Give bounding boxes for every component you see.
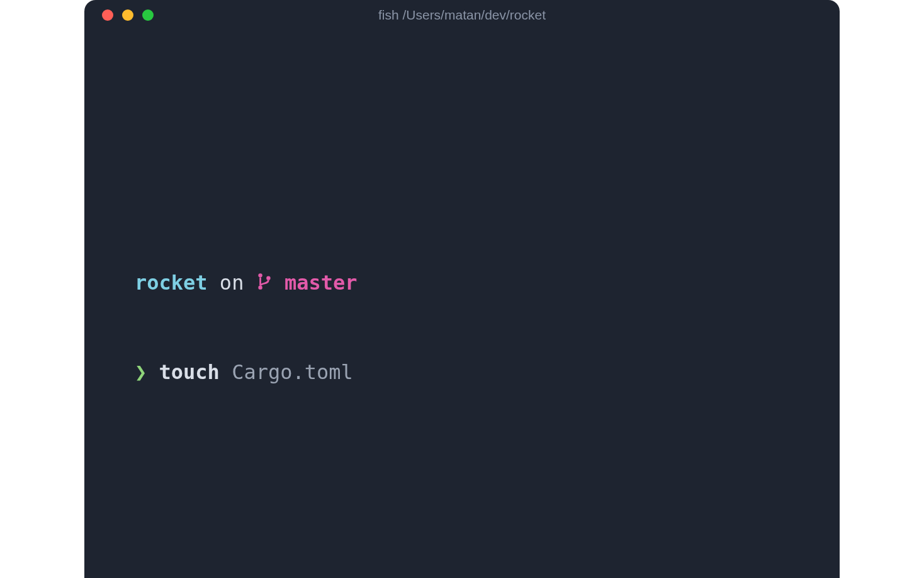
branch-icon bbox=[256, 269, 273, 298]
prompt-dir: rocket bbox=[135, 271, 208, 295]
zoom-icon[interactable] bbox=[142, 9, 154, 21]
svg-point-0 bbox=[258, 273, 262, 277]
svg-point-1 bbox=[258, 286, 262, 290]
history-block: rocket on master ❯ touch Cargo.toml bbox=[135, 210, 789, 445]
traffic-lights bbox=[84, 9, 154, 21]
titlebar: fish /Users/matan/dev/rocket bbox=[84, 0, 840, 30]
terminal-body[interactable]: rocket on master ❯ touch Cargo.toml rock… bbox=[84, 30, 840, 578]
cmd-arg: Cargo.toml bbox=[232, 360, 353, 384]
prompt-branch: master bbox=[285, 271, 358, 295]
close-icon[interactable] bbox=[102, 9, 113, 21]
prompt-on: on bbox=[220, 271, 244, 295]
command-line: ❯ touch Cargo.toml bbox=[135, 358, 789, 387]
terminal-window: fish /Users/matan/dev/rocket rocket on m… bbox=[84, 0, 840, 578]
prompt-line: rocket on master bbox=[135, 268, 789, 298]
prompt-caret: ❯ bbox=[135, 360, 147, 384]
window-title: fish /Users/matan/dev/rocket bbox=[84, 8, 840, 23]
cmd-bin: touch bbox=[159, 360, 220, 384]
minimize-icon[interactable] bbox=[122, 9, 133, 21]
svg-point-2 bbox=[266, 276, 270, 280]
